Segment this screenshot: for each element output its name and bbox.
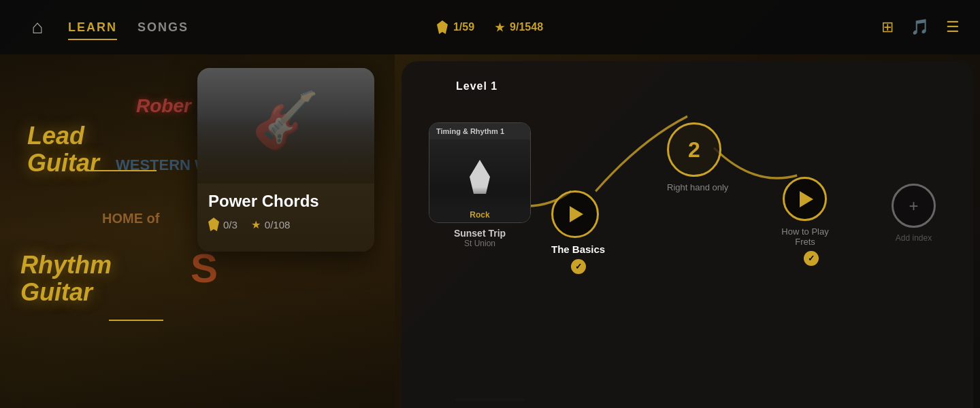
- neon-sign-home: HOME of: [102, 211, 159, 226]
- add-index-label: Add index: [892, 233, 936, 243]
- nav-tabs: LEARN SONGS: [68, 17, 189, 38]
- song-artist: St Union: [429, 239, 531, 248]
- card-picks-count: 0/3: [223, 219, 238, 231]
- timing-rhythm-card[interactable]: Timing & Rhythm 1 Rock: [429, 122, 531, 223]
- power-chords-card[interactable]: Power Chords 0/3 ★ 0/108: [197, 68, 374, 252]
- card-stats: 0/3 ★ 0/108: [208, 218, 363, 231]
- completed-badge: ✓: [571, 259, 586, 274]
- frets-play-button[interactable]: [783, 177, 827, 221]
- level-label: Level 1: [456, 80, 497, 92]
- nav-right-icons: ⊞ 🎵 ☰: [881, 18, 960, 36]
- tuner-icon[interactable]: 🎵: [911, 18, 929, 36]
- stars-count: 9/1548: [510, 21, 543, 33]
- frets-check: ✓: [783, 251, 839, 266]
- card-photo-overlay: [197, 68, 374, 184]
- stars-stat: ★ 9/1548: [495, 21, 543, 34]
- menu-icon[interactable]: ☰: [946, 18, 960, 36]
- left-panel: Rober WESTERN WORLD HOME of S LeadGuitar…: [0, 54, 395, 408]
- card-star-icon: ★: [251, 218, 261, 231]
- add-index-icon: +: [909, 197, 918, 216]
- home-button[interactable]: ⌂: [20, 16, 54, 38]
- rhythm-card-footer: Rock: [429, 207, 530, 222]
- picks-count: 1/59: [453, 21, 474, 33]
- add-index-circle[interactable]: +: [892, 184, 936, 228]
- lead-guitar-label[interactable]: LeadGuitar: [27, 122, 99, 176]
- node-2-label: Right hand only: [667, 182, 728, 192]
- top-navigation: ⌂ LEARN SONGS 1/59 ★ 9/1548 ⊞ 🎵 ☰: [0, 0, 980, 54]
- rhythm-card-image: [429, 139, 530, 207]
- node-right-hand: 2 Right hand only: [667, 122, 728, 192]
- frets-play-triangle: [800, 191, 813, 207]
- star-icon: ★: [495, 21, 504, 34]
- neon-sign-s: S: [191, 245, 218, 292]
- node-2-number: 2: [688, 137, 700, 163]
- song-info: Sunset Trip St Union: [429, 228, 531, 248]
- tab-songs[interactable]: SONGS: [137, 17, 189, 38]
- the-basics-label: The Basics: [551, 243, 605, 255]
- card-photo: [197, 68, 374, 184]
- pick-icon: [437, 20, 448, 34]
- rhythm-guitar-underline: [109, 320, 163, 321]
- the-basics-play-button[interactable]: [551, 190, 599, 238]
- lead-guitar-underline: [88, 170, 157, 171]
- node-2-circle[interactable]: 2: [667, 122, 721, 177]
- card-songs-count: 0/108: [265, 219, 291, 231]
- frets-label: How to Play Frets: [771, 226, 839, 247]
- nav-stats: 1/59 ★ 9/1548: [437, 20, 543, 34]
- rhythm-guitar-label[interactable]: RhythmGuitar: [20, 252, 112, 305]
- tab-learn[interactable]: LEARN: [68, 17, 117, 38]
- card-body: Power Chords 0/3 ★ 0/108: [197, 184, 374, 239]
- card-pick-icon: [208, 218, 219, 231]
- card-picks-stat: 0/3: [208, 218, 238, 231]
- node-add-index: + Add index: [892, 184, 936, 243]
- neon-sign-rober: Rober: [136, 95, 191, 117]
- song-title: Sunset Trip: [429, 228, 531, 239]
- frets-completed-badge: ✓: [804, 251, 819, 266]
- node-how-to-play-frets: How to Play Frets ✓: [783, 177, 839, 266]
- node-the-basics: The Basics ✓: [551, 190, 605, 274]
- main-content: Rober WESTERN WORLD HOME of S LeadGuitar…: [0, 54, 980, 408]
- card-stars-stat: ★ 0/108: [251, 218, 291, 231]
- home-icon: ⌂: [32, 16, 44, 38]
- play-triangle-icon: [570, 206, 583, 222]
- rhythm-card-header: Timing & Rhythm 1: [429, 123, 530, 139]
- card-title: Power Chords: [208, 192, 363, 211]
- chord-chart-icon[interactable]: ⊞: [881, 18, 894, 36]
- the-basics-check: ✓: [551, 259, 605, 274]
- picks-stat: 1/59: [437, 20, 474, 34]
- learning-path: Timing & Rhythm 1 Rock Sunset Trip St Un…: [402, 102, 973, 408]
- right-panel: Level 1 Timing & Rhythm 1 Rock Sunset Tr…: [402, 61, 973, 408]
